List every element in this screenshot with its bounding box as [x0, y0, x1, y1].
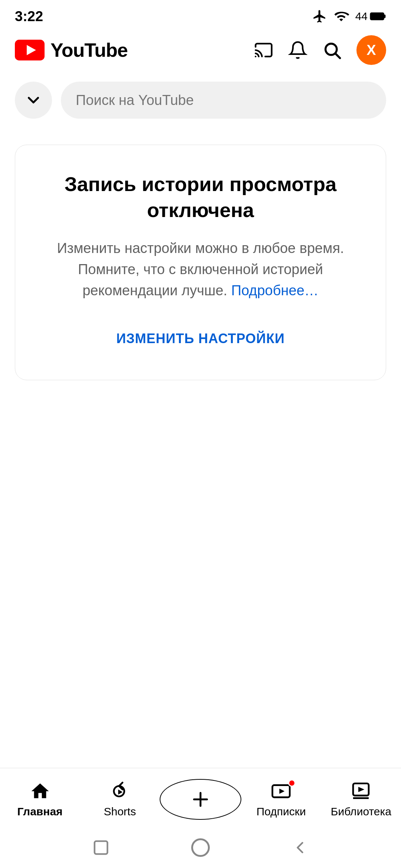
- svg-rect-16: [95, 841, 108, 854]
- home-label: Главная: [17, 805, 63, 818]
- avatar-letter: X: [366, 42, 376, 58]
- system-home-button[interactable]: [189, 836, 212, 859]
- battery-level: 44: [355, 10, 368, 23]
- home-icon-container: [27, 781, 53, 802]
- search-input[interactable]: [76, 92, 371, 108]
- search-area: [0, 70, 401, 130]
- svg-marker-14: [358, 787, 364, 792]
- create-button[interactable]: [160, 779, 241, 820]
- shorts-icon: [110, 781, 130, 802]
- circle-icon: [189, 836, 212, 859]
- svg-line-7: [336, 54, 340, 58]
- logo-area: YouTube: [15, 39, 128, 61]
- library-icon-container: [348, 781, 374, 802]
- chevron-down-icon: [24, 91, 43, 109]
- back-icon: [290, 838, 310, 857]
- airplane-icon: [312, 9, 327, 24]
- search-icon: [322, 40, 342, 60]
- nav-item-library[interactable]: Библиотека: [321, 781, 401, 818]
- change-settings-button[interactable]: ИЗМЕНИТЬ НАСТРОЙКИ: [38, 323, 363, 354]
- svg-point-17: [192, 839, 209, 856]
- library-label: Библиотека: [331, 805, 391, 818]
- cast-icon: [254, 40, 273, 60]
- collapse-button[interactable]: [15, 82, 52, 119]
- card-title: Запись истории просмотра отключена: [38, 171, 363, 223]
- youtube-logo-text: YouTube: [50, 39, 128, 61]
- shorts-icon-container: [107, 781, 133, 802]
- info-card: Запись истории просмотра отключена Измен…: [15, 145, 386, 380]
- subscriptions-icon-container: [268, 781, 294, 802]
- nav-icons: X: [254, 35, 386, 65]
- back-button[interactable]: [290, 838, 310, 857]
- cast-button[interactable]: [254, 40, 273, 60]
- plus-icon: [189, 788, 212, 811]
- account-button[interactable]: X: [356, 35, 386, 65]
- notifications-button[interactable]: [288, 40, 307, 60]
- square-icon: [91, 838, 111, 857]
- status-time: 3:22: [15, 9, 43, 24]
- system-nav: [0, 827, 401, 868]
- shorts-label: Shorts: [104, 805, 136, 818]
- bell-icon: [288, 40, 307, 60]
- subscriptions-label: Подписки: [257, 805, 306, 818]
- recent-apps-button[interactable]: [91, 838, 111, 857]
- navbar: YouTube X: [0, 30, 401, 70]
- svg-marker-8: [118, 789, 123, 795]
- status-bar: 3:22 44: [0, 0, 401, 30]
- card-description: Изменить настройки можно в любое время. …: [38, 238, 363, 301]
- main-content: Запись истории просмотра отключена Измен…: [0, 130, 401, 395]
- home-icon: [30, 781, 50, 802]
- svg-marker-12: [280, 789, 285, 794]
- bottom-nav: Главная Shorts Подписки: [0, 768, 401, 827]
- battery-icon: [370, 11, 386, 22]
- search-button[interactable]: [322, 40, 342, 60]
- wifi-icon: [333, 9, 349, 24]
- nav-item-home[interactable]: Главная: [0, 781, 80, 818]
- subscriptions-badge: [288, 779, 296, 787]
- battery-indicator: 44: [355, 10, 386, 23]
- status-icons: 44: [312, 9, 386, 24]
- nav-item-shorts[interactable]: Shorts: [80, 781, 160, 818]
- svg-rect-1: [384, 14, 386, 18]
- svg-rect-2: [371, 13, 377, 19]
- nav-item-subscriptions[interactable]: Подписки: [241, 781, 321, 818]
- search-input-wrapper[interactable]: [61, 82, 386, 119]
- youtube-logo-icon: [15, 40, 45, 60]
- library-icon: [351, 781, 371, 802]
- learn-more-link[interactable]: Подробнее…: [231, 283, 319, 298]
